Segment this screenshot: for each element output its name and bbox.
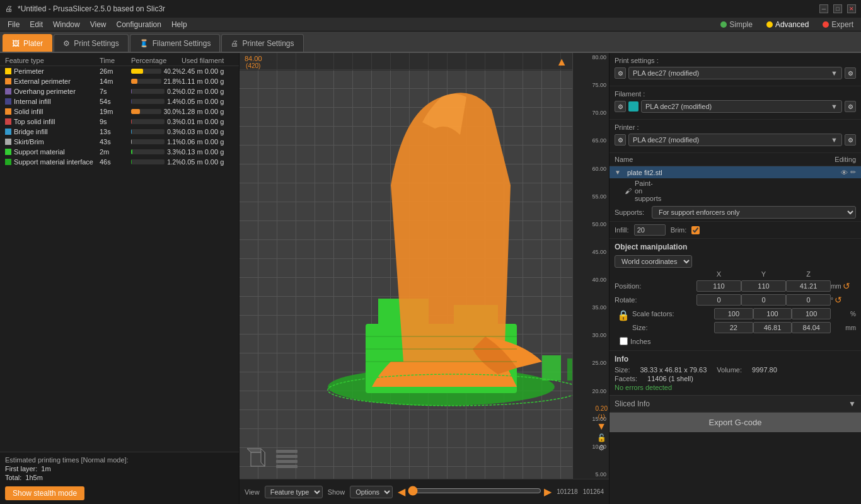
feature-percentage-cell: 1.2% [131,159,182,166]
supports-dropdown[interactable]: For support enforcers only [652,206,856,219]
feature-color-swatch [5,149,11,155]
list-item: Support material 2m 3.3% 0.13 m 0.00 g [0,147,239,157]
mode-expert[interactable]: Expert [818,18,858,31]
printer-chevron-icon: ▼ [831,136,838,144]
minimize-button[interactable]: ─ [819,4,828,13]
position-x-input[interactable] [696,280,741,292]
inches-checkbox[interactable] [620,337,628,345]
menu-help[interactable]: Help [166,19,192,30]
info-volume-label: Volume: [717,366,742,374]
export-gcode-button[interactable]: Export G-code [610,412,861,432]
feature-length: 1.28 m 0.00 g [182,108,239,115]
position-y-input[interactable] [741,280,786,292]
arrow-down-icon[interactable]: ▼ [596,421,606,432]
tab-print-settings[interactable]: ⚙ Print Settings [54,34,128,52]
printer-section: Printer : ⚙ PLA dec27 (modified) ▼ ⚙ [610,120,861,153]
print-times-section: Estimated printing times [Normal mode]: … [0,452,239,504]
list-item: Perimeter 26m 40.2% 2.45 m 0.00 g [0,66,239,76]
rotate-x-input[interactable] [696,294,741,306]
brim-checkbox[interactable] [691,226,700,234]
stealth-mode-button[interactable]: Show stealth mode [5,486,84,500]
feature-pct: 1.1% [167,139,182,146]
viewport[interactable]: 84.00 (420) ▲ [240,53,609,504]
size-x-input[interactable] [714,322,753,333]
rotate-y-input[interactable] [741,294,786,306]
show-options-select[interactable]: Options [350,486,393,498]
sliced-info-bar[interactable]: Sliced Info ▼ [610,395,861,412]
mode-advanced[interactable]: Advanced [761,18,814,31]
feature-percentage-cell: 0.3% [131,129,182,135]
brim-label: Brim: [671,226,687,234]
range-slider-left[interactable] [408,486,541,496]
nav-cube[interactable] [245,446,300,472]
object-row-plate[interactable]: ▼ plate fit2.stl 👁 ✏ [610,166,861,178]
filament-color-swatch[interactable] [628,101,639,112]
menu-view[interactable]: View [85,19,112,30]
feature-length: 0.06 m 0.00 g [182,138,239,146]
scale-inputs-container: Scale factors: % Size: mm [632,308,856,336]
tab-filament-settings[interactable]: 🧵 Filament Settings [130,34,221,52]
scale-x-input[interactable] [714,308,753,319]
menu-edit[interactable]: Edit [25,19,48,30]
feature-color-swatch [5,129,11,135]
menu-configuration[interactable]: Configuration [112,19,166,30]
feature-type-select[interactable]: Feature type [265,486,323,498]
scale-z-input[interactable] [792,308,831,319]
filament-gear-icon[interactable]: ⚙ [615,101,626,112]
filament-edit-icon[interactable]: ⚙ [845,101,856,112]
inches-label: Inches [630,338,650,345]
feature-pct: 0.3% [167,129,182,135]
feature-length: 1.11 m 0.00 g [182,77,239,85]
coord-system-dropdown[interactable]: World coordinates Local coordinates [615,255,692,268]
range-arrow-right-icon[interactable]: ▶ [544,486,552,498]
printer-gear-icon[interactable]: ⚙ [615,134,626,146]
range-arrow-left-icon[interactable]: ◀ [398,486,405,498]
rotate-reset-icon[interactable]: ↺ [835,295,842,305]
ruler-45: 45.00 [573,249,609,255]
info-volume-value: 9997.80 [752,366,777,374]
eye-icon[interactable]: 👁 [841,169,848,176]
ruler-settings-icon[interactable]: ⚙ [598,444,605,452]
show-label: Show [328,488,345,496]
scale-y-input[interactable] [753,308,792,319]
ruler-lock-icon[interactable]: 🔓 [597,433,606,442]
feature-length: 0.13 m 0.00 g [182,148,239,156]
feature-name-cell: Perimeter [5,67,100,75]
svg-rect-15 [276,460,298,463]
info-facets-label: Facets: [615,375,637,382]
feature-time: 54s [100,98,131,105]
menu-file[interactable]: File [3,19,25,30]
rotate-z-input[interactable] [786,294,831,306]
close-button[interactable]: ✕ [847,4,856,13]
info-facets-row: Facets: 11406 (1 shell) [615,375,856,382]
printer-value: PLA dec27 (modified) [633,136,699,144]
printer-edit-icon[interactable]: ⚙ [845,134,856,146]
size-y-input[interactable] [753,322,792,333]
print-settings-gear-icon[interactable]: ⚙ [615,67,626,79]
print-settings-dropdown[interactable]: PLA dec27 (modified) ▼ [628,67,842,79]
print-settings-edit-icon[interactable]: ⚙ [845,67,856,79]
maximize-button[interactable]: □ [833,4,842,13]
position-reset-icon[interactable]: ↺ [843,281,850,291]
feature-percentage-cell: 3.3% [131,149,182,156]
tab-printer-settings[interactable]: 🖨 Printer Settings [221,34,303,52]
edit-icon[interactable]: ✏ [850,168,856,176]
window-title: 🖨 *Untitled - PrusaSlicer-2.5.0 based on… [5,4,165,13]
position-z-input[interactable] [786,280,831,292]
feature-percentage-cell: 40.2% [131,68,182,75]
infill-input[interactable] [634,224,666,236]
expand-arrow-icon[interactable]: ▼ [615,169,625,176]
ruler-80: 80.00 [573,54,609,60]
print-settings-value: PLA dec27 (modified) [633,69,699,77]
size-z-input[interactable] [792,322,831,333]
scale-lock-icon[interactable]: 🔒 [617,309,630,321]
mode-simple[interactable]: Simple [715,18,758,31]
filament-dropdown[interactable]: PLA dec27 (modified) ▼ [641,100,842,113]
printer-dropdown[interactable]: PLA dec27 (modified) ▼ [628,134,842,146]
menu-window[interactable]: Window [48,19,85,30]
info-title: Info [615,355,856,364]
tab-plater[interactable]: 🖼 Plater [3,34,52,52]
x-header: X [696,270,741,278]
feature-pct: 30.0% [164,108,182,115]
ruler-55: 55.00 [573,193,609,200]
